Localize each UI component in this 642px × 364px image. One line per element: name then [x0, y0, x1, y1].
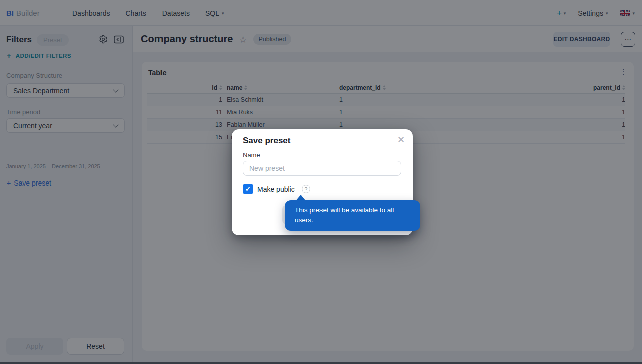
preset-name-input[interactable] [243, 161, 401, 176]
make-public-checkbox[interactable]: ✓ [243, 184, 253, 194]
close-icon[interactable]: ✕ [397, 134, 405, 145]
app-window: BI Builder Dashboards Charts Datasets SQ… [0, 0, 642, 364]
make-public-row: ✓ Make public ? [243, 184, 310, 194]
help-question-icon[interactable]: ? [302, 185, 310, 193]
make-public-tooltip: This preset will be available to all use… [285, 200, 420, 231]
modal-title: Save preset [243, 136, 290, 146]
make-public-label: Make public [257, 185, 295, 193]
check-icon: ✓ [245, 185, 251, 193]
name-field-label: Name [243, 151, 260, 159]
